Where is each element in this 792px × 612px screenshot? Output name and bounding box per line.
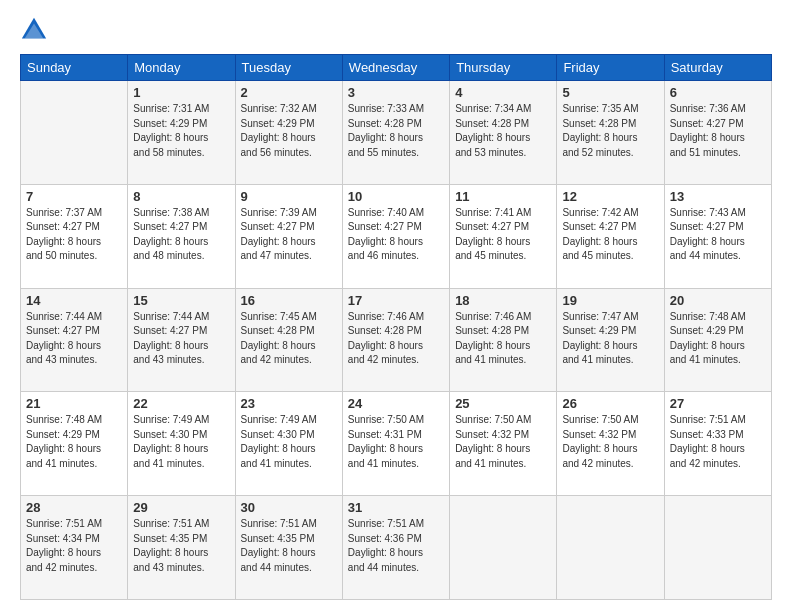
calendar-week-0: 1Sunrise: 7:31 AM Sunset: 4:29 PM Daylig…	[21, 81, 772, 185]
day-header-thursday: Thursday	[450, 55, 557, 81]
calendar-cell: 19Sunrise: 7:47 AM Sunset: 4:29 PM Dayli…	[557, 288, 664, 392]
calendar-cell: 15Sunrise: 7:44 AM Sunset: 4:27 PM Dayli…	[128, 288, 235, 392]
calendar-cell: 16Sunrise: 7:45 AM Sunset: 4:28 PM Dayli…	[235, 288, 342, 392]
day-info: Sunrise: 7:41 AM Sunset: 4:27 PM Dayligh…	[455, 206, 551, 264]
calendar-cell	[664, 496, 771, 600]
calendar-cell: 10Sunrise: 7:40 AM Sunset: 4:27 PM Dayli…	[342, 184, 449, 288]
day-number: 23	[241, 396, 337, 411]
day-number: 26	[562, 396, 658, 411]
day-info: Sunrise: 7:51 AM Sunset: 4:35 PM Dayligh…	[133, 517, 229, 575]
day-number: 1	[133, 85, 229, 100]
day-info: Sunrise: 7:39 AM Sunset: 4:27 PM Dayligh…	[241, 206, 337, 264]
calendar-cell: 26Sunrise: 7:50 AM Sunset: 4:32 PM Dayli…	[557, 392, 664, 496]
day-info: Sunrise: 7:47 AM Sunset: 4:29 PM Dayligh…	[562, 310, 658, 368]
day-info: Sunrise: 7:49 AM Sunset: 4:30 PM Dayligh…	[133, 413, 229, 471]
day-info: Sunrise: 7:46 AM Sunset: 4:28 PM Dayligh…	[348, 310, 444, 368]
day-info: Sunrise: 7:50 AM Sunset: 4:32 PM Dayligh…	[455, 413, 551, 471]
day-number: 24	[348, 396, 444, 411]
calendar-cell: 13Sunrise: 7:43 AM Sunset: 4:27 PM Dayli…	[664, 184, 771, 288]
calendar-cell	[450, 496, 557, 600]
calendar-header-row: SundayMondayTuesdayWednesdayThursdayFrid…	[21, 55, 772, 81]
day-header-saturday: Saturday	[664, 55, 771, 81]
calendar-cell: 27Sunrise: 7:51 AM Sunset: 4:33 PM Dayli…	[664, 392, 771, 496]
logo	[20, 16, 52, 44]
day-number: 18	[455, 293, 551, 308]
day-info: Sunrise: 7:44 AM Sunset: 4:27 PM Dayligh…	[133, 310, 229, 368]
calendar: SundayMondayTuesdayWednesdayThursdayFrid…	[20, 54, 772, 600]
calendar-cell: 28Sunrise: 7:51 AM Sunset: 4:34 PM Dayli…	[21, 496, 128, 600]
day-number: 9	[241, 189, 337, 204]
day-info: Sunrise: 7:51 AM Sunset: 4:35 PM Dayligh…	[241, 517, 337, 575]
day-number: 7	[26, 189, 122, 204]
calendar-cell: 18Sunrise: 7:46 AM Sunset: 4:28 PM Dayli…	[450, 288, 557, 392]
day-info: Sunrise: 7:45 AM Sunset: 4:28 PM Dayligh…	[241, 310, 337, 368]
day-info: Sunrise: 7:37 AM Sunset: 4:27 PM Dayligh…	[26, 206, 122, 264]
day-number: 17	[348, 293, 444, 308]
calendar-cell: 21Sunrise: 7:48 AM Sunset: 4:29 PM Dayli…	[21, 392, 128, 496]
day-info: Sunrise: 7:43 AM Sunset: 4:27 PM Dayligh…	[670, 206, 766, 264]
calendar-cell: 14Sunrise: 7:44 AM Sunset: 4:27 PM Dayli…	[21, 288, 128, 392]
day-info: Sunrise: 7:51 AM Sunset: 4:34 PM Dayligh…	[26, 517, 122, 575]
calendar-cell: 2Sunrise: 7:32 AM Sunset: 4:29 PM Daylig…	[235, 81, 342, 185]
day-header-sunday: Sunday	[21, 55, 128, 81]
day-info: Sunrise: 7:48 AM Sunset: 4:29 PM Dayligh…	[670, 310, 766, 368]
day-number: 11	[455, 189, 551, 204]
calendar-cell: 31Sunrise: 7:51 AM Sunset: 4:36 PM Dayli…	[342, 496, 449, 600]
header	[20, 16, 772, 44]
calendar-week-2: 14Sunrise: 7:44 AM Sunset: 4:27 PM Dayli…	[21, 288, 772, 392]
logo-icon	[20, 16, 48, 44]
day-number: 19	[562, 293, 658, 308]
day-info: Sunrise: 7:50 AM Sunset: 4:31 PM Dayligh…	[348, 413, 444, 471]
day-number: 22	[133, 396, 229, 411]
day-header-tuesday: Tuesday	[235, 55, 342, 81]
calendar-cell: 25Sunrise: 7:50 AM Sunset: 4:32 PM Dayli…	[450, 392, 557, 496]
day-number: 10	[348, 189, 444, 204]
calendar-cell: 6Sunrise: 7:36 AM Sunset: 4:27 PM Daylig…	[664, 81, 771, 185]
day-number: 16	[241, 293, 337, 308]
calendar-cell: 22Sunrise: 7:49 AM Sunset: 4:30 PM Dayli…	[128, 392, 235, 496]
day-number: 8	[133, 189, 229, 204]
day-number: 30	[241, 500, 337, 515]
day-number: 25	[455, 396, 551, 411]
day-info: Sunrise: 7:48 AM Sunset: 4:29 PM Dayligh…	[26, 413, 122, 471]
day-info: Sunrise: 7:35 AM Sunset: 4:28 PM Dayligh…	[562, 102, 658, 160]
calendar-cell: 8Sunrise: 7:38 AM Sunset: 4:27 PM Daylig…	[128, 184, 235, 288]
calendar-cell: 3Sunrise: 7:33 AM Sunset: 4:28 PM Daylig…	[342, 81, 449, 185]
calendar-week-4: 28Sunrise: 7:51 AM Sunset: 4:34 PM Dayli…	[21, 496, 772, 600]
day-number: 4	[455, 85, 551, 100]
day-number: 2	[241, 85, 337, 100]
calendar-cell: 12Sunrise: 7:42 AM Sunset: 4:27 PM Dayli…	[557, 184, 664, 288]
calendar-cell	[21, 81, 128, 185]
day-number: 20	[670, 293, 766, 308]
day-info: Sunrise: 7:50 AM Sunset: 4:32 PM Dayligh…	[562, 413, 658, 471]
calendar-week-1: 7Sunrise: 7:37 AM Sunset: 4:27 PM Daylig…	[21, 184, 772, 288]
day-header-wednesday: Wednesday	[342, 55, 449, 81]
calendar-cell: 17Sunrise: 7:46 AM Sunset: 4:28 PM Dayli…	[342, 288, 449, 392]
day-info: Sunrise: 7:34 AM Sunset: 4:28 PM Dayligh…	[455, 102, 551, 160]
day-info: Sunrise: 7:31 AM Sunset: 4:29 PM Dayligh…	[133, 102, 229, 160]
calendar-cell: 23Sunrise: 7:49 AM Sunset: 4:30 PM Dayli…	[235, 392, 342, 496]
day-header-friday: Friday	[557, 55, 664, 81]
calendar-cell: 4Sunrise: 7:34 AM Sunset: 4:28 PM Daylig…	[450, 81, 557, 185]
day-info: Sunrise: 7:46 AM Sunset: 4:28 PM Dayligh…	[455, 310, 551, 368]
day-info: Sunrise: 7:36 AM Sunset: 4:27 PM Dayligh…	[670, 102, 766, 160]
calendar-week-3: 21Sunrise: 7:48 AM Sunset: 4:29 PM Dayli…	[21, 392, 772, 496]
day-number: 3	[348, 85, 444, 100]
day-number: 15	[133, 293, 229, 308]
calendar-cell: 11Sunrise: 7:41 AM Sunset: 4:27 PM Dayli…	[450, 184, 557, 288]
day-info: Sunrise: 7:40 AM Sunset: 4:27 PM Dayligh…	[348, 206, 444, 264]
calendar-cell: 7Sunrise: 7:37 AM Sunset: 4:27 PM Daylig…	[21, 184, 128, 288]
day-number: 28	[26, 500, 122, 515]
day-number: 21	[26, 396, 122, 411]
day-number: 13	[670, 189, 766, 204]
page: SundayMondayTuesdayWednesdayThursdayFrid…	[0, 0, 792, 612]
calendar-cell: 24Sunrise: 7:50 AM Sunset: 4:31 PM Dayli…	[342, 392, 449, 496]
day-number: 14	[26, 293, 122, 308]
day-number: 6	[670, 85, 766, 100]
day-number: 5	[562, 85, 658, 100]
day-info: Sunrise: 7:33 AM Sunset: 4:28 PM Dayligh…	[348, 102, 444, 160]
day-info: Sunrise: 7:42 AM Sunset: 4:27 PM Dayligh…	[562, 206, 658, 264]
calendar-cell: 9Sunrise: 7:39 AM Sunset: 4:27 PM Daylig…	[235, 184, 342, 288]
day-info: Sunrise: 7:44 AM Sunset: 4:27 PM Dayligh…	[26, 310, 122, 368]
calendar-cell: 20Sunrise: 7:48 AM Sunset: 4:29 PM Dayli…	[664, 288, 771, 392]
